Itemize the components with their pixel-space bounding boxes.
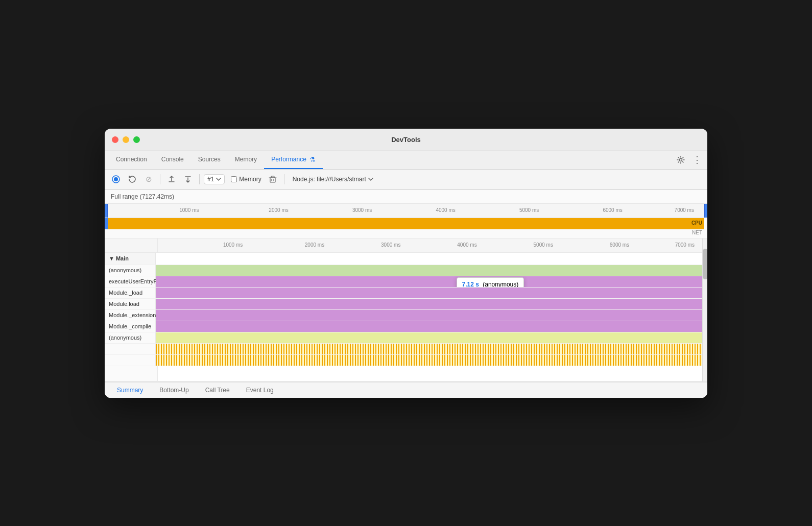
tick-2000: 2000 ms [269,207,288,213]
toolbar: ⊘ #1 Memory Node.js: file:///Users/stmar… [105,170,707,190]
recording-id: #1 [207,176,214,183]
track-label-module-load2: Module.load [105,299,156,309]
track-bar-dense1 [156,344,702,354]
dense-bar-2 [156,355,702,366]
settings-button[interactable] [675,154,687,166]
call-bar-module-compile-fill [156,321,702,332]
more-button[interactable]: ⋮ [691,154,703,166]
tick-3000: 3000 ms [352,207,372,213]
tab-items: Connection Console Sources Memory Perfor… [109,151,675,169]
detail-timeline: 1000 ms 2000 ms 3000 ms 4000 ms 5000 ms … [105,238,707,381]
track-label-execute: executeUserEntryPoint [105,276,156,287]
empty-label [105,366,158,381]
call-bar-execute [156,276,702,287]
track-bar-anon1 [156,265,702,276]
tab-memory[interactable]: Memory [228,151,264,169]
track-dense1 [105,344,702,355]
upload-button[interactable] [164,172,179,186]
detail-timeline-inner: 1000 ms 2000 ms 3000 ms 4000 ms 5000 ms … [105,238,702,381]
separator-2 [199,174,200,184]
cpu-label: CPU [691,220,702,226]
track-label-module-compile: Module._compile [105,321,156,332]
dense-bar-1 [156,344,702,354]
track-bar-module-load [156,288,702,298]
track-anonymous2[interactable]: (anonymous) [105,332,702,344]
window-title: DevTools [391,136,421,144]
empty-row [105,366,702,381]
cpu-row: CPU [105,218,707,229]
cpu-bar: CPU [108,218,704,229]
net-bar: NET [108,229,704,238]
ruler-row-2: 1000 ms 2000 ms 3000 ms 4000 ms 5000 ms … [105,238,702,253]
scrollbar-thumb[interactable] [703,249,707,279]
net-label: NET [692,230,702,235]
devtools-window: DevTools Connection Console Sources Memo… [105,129,707,398]
track-bar-module-load2 [156,299,702,309]
track-main-header[interactable]: ▼ Main [105,253,702,265]
tab-bottom-up[interactable]: Bottom-Up [151,382,197,398]
timeline-overview: 1000 ms 2000 ms 3000 ms 4000 ms 5000 ms … [105,204,707,238]
recording-selector[interactable]: #1 [204,174,225,184]
tab-event-log[interactable]: Event Log [238,382,282,398]
tab-bar-actions: ⋮ [675,154,703,166]
call-bar-anon2-fill [156,332,702,343]
net-right-pad [704,229,707,238]
garbage-collect-button[interactable] [266,172,280,186]
record-button[interactable] [109,172,123,186]
track-module-load2[interactable]: Module.load [105,299,702,310]
tick-6000: 6000 ms [603,207,622,213]
track-label-main: ▼ Main [105,253,156,265]
separator-3 [284,174,284,184]
call-bar-module-load-fill [156,288,702,298]
track-label-module-ext: Module._extensions..js [105,310,156,321]
tab-connection[interactable]: Connection [109,151,154,169]
maximize-button[interactable] [133,136,140,143]
track-execute[interactable]: executeUserEntryPoint 7.12 s (anonymous) [105,276,702,288]
right-scrollbar[interactable] [702,238,707,381]
ruler-area: 1000 ms 2000 ms 3000 ms 4000 ms 5000 ms … [108,204,704,218]
svg-point-0 [680,159,682,161]
memory-checkbox[interactable] [231,176,237,182]
clear-button[interactable]: ⊘ [141,172,156,186]
reload-button[interactable] [125,172,139,186]
tick-4000: 4000 ms [436,207,455,213]
close-button[interactable] [112,136,118,143]
track-label-module-load: Module._load [105,288,156,298]
call-bar-module-load2-fill [156,299,702,309]
node-selector[interactable]: Node.js: file:///Users/stmart [293,176,373,183]
ruler-2-label-space [105,238,158,252]
track-module-compile[interactable]: Module._compile [105,321,702,332]
track-anonymous1[interactable]: (anonymous) [105,265,702,276]
tab-performance[interactable]: Performance ⚗ [264,151,323,169]
bottom-tabs: Summary Bottom-Up Call Tree Event Log [105,381,707,398]
track-label-dense1 [105,344,156,354]
minimize-button[interactable] [123,136,129,143]
track-bar-anon2 [156,332,702,343]
track-label-anon2: (anonymous) [105,332,156,343]
tick-5000: 5000 ms [519,207,539,213]
track-bar-dense2 [156,355,702,366]
titlebar: DevTools [105,129,707,151]
track-module-ext[interactable]: Module._extensions..js [105,310,702,321]
call-bar-anon1 [156,265,702,276]
separator-1 [160,174,160,184]
track-label-anon1: (anonymous) [105,265,156,276]
ruler-row-1: 1000 ms 2000 ms 3000 ms 4000 ms 5000 ms … [105,204,707,218]
svg-point-2 [114,177,118,181]
tab-console[interactable]: Console [154,151,191,169]
tab-summary[interactable]: Summary [109,382,151,398]
flask-icon: ⚗ [309,156,316,163]
tooltip: 7.12 s (anonymous) [457,277,524,287]
tab-sources[interactable]: Sources [191,151,228,169]
empty-bar [158,366,702,381]
tab-call-tree[interactable]: Call Tree [197,382,238,398]
track-bar-module-ext [156,310,702,321]
track-module-load[interactable]: Module._load [105,288,702,299]
call-bar-module-ext-fill [156,310,702,321]
track-dense2 [105,355,702,366]
traffic-lights [112,136,140,143]
memory-label: Memory [239,176,261,183]
memory-checkbox-group: Memory [231,176,261,183]
ruler-right-handle[interactable] [704,204,707,218]
download-button[interactable] [181,172,195,186]
